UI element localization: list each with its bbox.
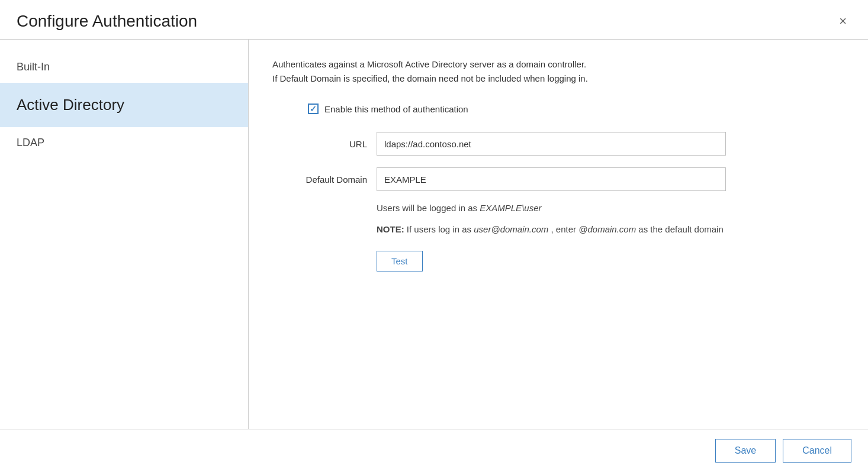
sidebar-item-built-in-label: Built-In: [17, 61, 50, 73]
note-italic2: @domain.com: [578, 224, 636, 234]
description-line1: Authenticates against a Microsoft Active…: [272, 59, 586, 69]
url-input[interactable]: [377, 132, 726, 156]
description: Authenticates against a Microsoft Active…: [272, 57, 844, 86]
main-content: Authenticates against a Microsoft Active…: [249, 40, 868, 429]
sidebar-item-built-in[interactable]: Built-In: [0, 51, 248, 83]
sidebar: Built-In Active Directory LDAP: [0, 40, 249, 429]
close-button[interactable]: ×: [834, 12, 851, 30]
save-button[interactable]: Save: [715, 439, 776, 463]
configure-authentication-dialog: Configure Authentication × Built-In Acti…: [0, 0, 868, 472]
test-button[interactable]: Test: [377, 251, 423, 271]
dialog-title: Configure Authentication: [17, 12, 197, 31]
dialog-footer: Save Cancel: [0, 429, 868, 472]
enable-checkbox-text: Enable this method of authentication: [324, 104, 468, 114]
cancel-button[interactable]: Cancel: [783, 439, 851, 463]
info-text: Users will be logged in as EXAMPLE\user: [377, 203, 844, 213]
domain-row: Default Domain: [272, 167, 844, 191]
note-italic1: user@domain.com: [474, 224, 548, 234]
info-text-content: Users will be logged in as EXAMPLE\user: [377, 203, 541, 213]
note-bold: NOTE:: [377, 224, 404, 234]
note-text2: , enter: [551, 224, 579, 234]
sidebar-item-ldap[interactable]: LDAP: [0, 127, 248, 159]
sidebar-item-ldap-label: LDAP: [17, 137, 44, 148]
dialog-body: Built-In Active Directory LDAP Authentic…: [0, 40, 868, 429]
note-text3: as the default domain: [638, 224, 723, 234]
sidebar-item-active-directory-label: Active Directory: [17, 96, 124, 114]
dialog-header: Configure Authentication ×: [0, 0, 868, 40]
note-text1: If users log in as: [407, 224, 474, 234]
enable-checkbox-label[interactable]: Enable this method of authentication: [308, 104, 468, 114]
url-row: URL: [272, 132, 844, 156]
note-text: NOTE: If users log in as user@domain.com…: [377, 222, 779, 237]
domain-input[interactable]: [377, 167, 726, 191]
description-line2: If Default Domain is specified, the doma…: [272, 73, 588, 83]
enable-checkbox[interactable]: [308, 104, 319, 114]
url-label: URL: [272, 139, 367, 149]
enable-row: Enable this method of authentication: [308, 104, 844, 114]
domain-label: Default Domain: [272, 174, 367, 185]
sidebar-item-active-directory[interactable]: Active Directory: [0, 83, 248, 127]
